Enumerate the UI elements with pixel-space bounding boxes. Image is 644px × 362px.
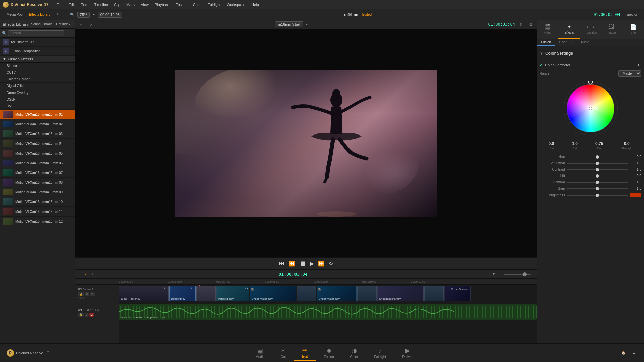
menu-trim[interactable]: Trim (78, 2, 91, 7)
list-item-cctv[interactable]: CCTV (0, 69, 75, 76)
nav-fusion[interactable]: ◈ Fusion (316, 345, 342, 361)
audio-lock-btn[interactable]: 🔒 (78, 313, 84, 317)
bottom-settings-btn[interactable]: 🏠 (619, 350, 627, 356)
preview-nav-fwd[interactable]: ▷ (88, 22, 94, 27)
tab-effects[interactable]: ✦ Effects (558, 20, 580, 39)
clip-last[interactable]: Cross Dissolve (444, 286, 471, 301)
step-back-btn[interactable]: ⏪ (288, 260, 295, 267)
play-btn[interactable]: ⏹ (299, 260, 306, 267)
video-snap-btn[interactable]: ⊡ (90, 292, 95, 296)
fusion-effects-header[interactable]: ▼ Fusion Effects (0, 56, 75, 63)
nav-fairlight[interactable]: ♪ Fairlight (366, 345, 394, 361)
menu-clip[interactable]: Clip (111, 2, 123, 7)
color-wheel-svg[interactable] (563, 81, 618, 136)
list-item-m16mm-10[interactable]: MotionVFX/m16mm/m16mm 10 (0, 197, 75, 207)
preview-fullscreen-btn[interactable]: ⊡ (527, 22, 534, 27)
separator-btn[interactable]: ⋮ (54, 12, 61, 17)
add-track-btn[interactable]: + (89, 271, 95, 277)
menu-help[interactable]: Help (249, 2, 262, 7)
zoom-options-btn[interactable]: ▾ (91, 12, 97, 17)
clip-underwater-1[interactable]: Under_water.mov 🎬 (250, 286, 296, 301)
list-item-digital-glitch[interactable]: Digital Glitch (0, 83, 75, 89)
sound-library-btn[interactable]: Sound Library (29, 21, 54, 27)
menu-edit[interactable]: Edit (66, 2, 77, 7)
cat-index-btn[interactable]: Cat Index (54, 21, 72, 27)
list-item-m16mm-07[interactable]: MotionVFX/m16mm/m16mm 07 (0, 168, 75, 178)
list-item-m16mm-12[interactable]: MotionVFX/m16mm/m16mm 12 (0, 217, 75, 226)
list-item-m16mm-08[interactable]: MotionVFX/m16mm/m16mm 08 (0, 178, 75, 187)
jump-start-btn[interactable]: ⏮ (279, 261, 284, 267)
menu-fusion[interactable]: Fusion (173, 2, 190, 7)
menu-color[interactable]: Color (190, 2, 204, 7)
clip-placeholder-1[interactable] (196, 286, 216, 301)
tab-transition[interactable]: ⟷ Transition (580, 20, 601, 39)
contrast-slider-track[interactable] (567, 169, 628, 170)
list-item-m16mm-05[interactable]: MotionVFX/m16mm/m16mm 05 (0, 148, 75, 158)
clip-placeholder-2[interactable] (297, 286, 316, 301)
list-item-dslr[interactable]: DSLR (0, 96, 75, 103)
tab-video[interactable]: 🎬 Video (537, 20, 558, 39)
zoom-slider[interactable] (504, 274, 531, 275)
list-item-binoculars[interactable]: Binoculars (0, 63, 75, 69)
menu-timeline[interactable]: Timeline (92, 2, 111, 7)
brightness-slider-track[interactable] (567, 195, 628, 196)
search-input[interactable] (8, 30, 64, 36)
sub-tab-audio[interactable]: Audio (577, 39, 593, 46)
clip-cheerleaders[interactable]: Cheerleaders.mov (377, 286, 424, 301)
preview-settings-btn[interactable]: ⚙ (518, 22, 525, 27)
menu-fairlight[interactable]: Fairlight (205, 2, 223, 7)
clip-jump-pool[interactable]: Jump_Pool.mov ✦ ▾ (119, 286, 169, 301)
menu-workspace[interactable]: Workspace (224, 2, 248, 7)
list-item-fusion-comp[interactable]: ◈ Fusion Composition (0, 47, 75, 56)
tab-image[interactable]: 🖼 Image (601, 20, 623, 39)
tab-file[interactable]: 📄 File (623, 20, 644, 39)
play-forward-btn[interactable]: ▶ (310, 260, 314, 267)
lift-slider-track[interactable] (567, 176, 628, 176)
list-item-drone-overlay[interactable]: Drone Overlay (0, 89, 75, 96)
gain-slider-track[interactable] (567, 188, 628, 189)
hue-slider-track[interactable] (567, 157, 628, 157)
list-item-adjustment-clip[interactable]: ⧉ Adjustment Clip (0, 38, 75, 47)
sub-tab-fusion[interactable]: Fusion (537, 39, 555, 46)
menu-file[interactable]: File (54, 2, 65, 7)
list-item-m16mm-03[interactable]: MotionVFX/m16mm/m16mm 03 (0, 129, 75, 139)
color-settings-header[interactable]: ▼ Color Settings (540, 49, 641, 58)
tl-settings-btn[interactable]: ⚙ (491, 271, 498, 277)
audio-solo-btn[interactable]: S (85, 313, 88, 317)
video-eye-btn[interactable]: 👁 (85, 292, 89, 296)
list-item-m16mm-06[interactable]: MotionVFX/m16mm/m16mm 06 (0, 158, 75, 168)
search-options-btn[interactable]: ⋯ (66, 30, 73, 36)
timeline-name-btn[interactable] (78, 273, 82, 275)
list-item-m16mm-11[interactable]: MotionVFX/m16mm/m16mm 11 (0, 207, 75, 217)
clip-polaroid[interactable]: Polaroid.mov ✦ ▾ (216, 286, 249, 301)
jump-end-btn[interactable]: ↻ (329, 260, 333, 267)
nav-media[interactable]: ▤ Media (247, 345, 272, 361)
range-select[interactable]: Master (618, 70, 641, 77)
cc-expand-btn[interactable]: ▾ (636, 62, 641, 68)
step-fwd-btn[interactable]: ⏩ (318, 260, 325, 267)
sub-tab-open-fx[interactable]: Open FX (555, 39, 577, 46)
audio-mute-btn[interactable]: M (89, 313, 94, 317)
list-item-m16mm-01[interactable]: MotionVFX/m16mm/m16mm 01 (0, 110, 75, 119)
gamma-slider-track[interactable] (567, 182, 628, 183)
saturation-slider-track[interactable] (567, 163, 628, 164)
list-item-colored-border[interactable]: Colored Border (0, 76, 75, 83)
list-item-m16mm-04[interactable]: MotionVFX/m16mm/m16mm 04 (0, 139, 75, 148)
clip-placeholder-4[interactable] (424, 286, 444, 301)
wheel-hue-handle[interactable] (589, 81, 593, 84)
inspector-btn[interactable]: Inspector (622, 12, 639, 17)
media-pool-btn[interactable]: Media Pool (5, 12, 25, 17)
zoom-out-btn[interactable]: 🔍 (68, 12, 76, 17)
bottom-cloud-btn[interactable]: ☁ (630, 350, 637, 356)
effects-library-btn[interactable]: Effects Library (27, 12, 52, 17)
list-item-m16mm-09[interactable]: MotionVFX/m16mm/m16mm 09 (0, 187, 75, 197)
clip-dancer[interactable]: Dancer.mov ✦ ▾ (169, 286, 196, 301)
nav-color[interactable]: ◑ Color (342, 345, 366, 361)
menu-playback[interactable]: Playback (152, 2, 172, 7)
nav-cut[interactable]: ✂ Cut (273, 345, 294, 361)
menu-view[interactable]: View (138, 2, 151, 7)
nav-deliver[interactable]: ▶ Deliver (394, 345, 421, 361)
clip-placeholder-3[interactable] (357, 286, 377, 301)
nav-edit[interactable]: ✏ Edit (294, 345, 316, 361)
audio-clip[interactable]: 284_short_I_retro-chillhop_0065.mp3 (119, 304, 537, 320)
